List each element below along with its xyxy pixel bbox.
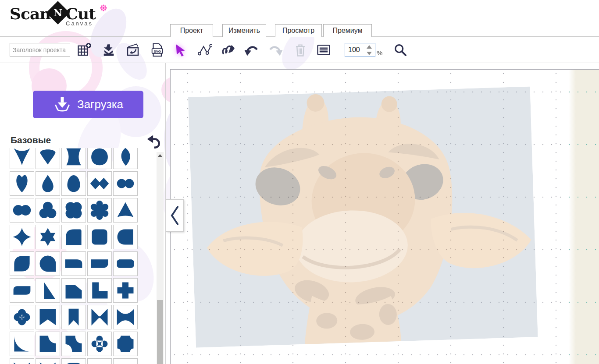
leaf-square-shape-icon (12, 254, 32, 273)
new-mat-grid-icon[interactable] (77, 42, 92, 58)
shape-tile-bowtie-tall[interactable] (10, 358, 34, 364)
layers-list-icon[interactable] (316, 42, 331, 58)
pillow-star-shape-icon (12, 227, 32, 247)
notched-petal-shape-icon (12, 174, 32, 193)
shape-tile-plectrum[interactable] (36, 148, 60, 169)
import-download-icon[interactable] (101, 42, 116, 58)
redo-icon[interactable] (268, 42, 283, 58)
export-mat-icon[interactable] (125, 42, 140, 58)
bowtie-curved-shape-icon (116, 307, 135, 327)
zoom-increase-button[interactable] (364, 43, 374, 50)
shape-tile-bitten-square[interactable] (36, 332, 60, 356)
freehand-draw-icon[interactable] (221, 42, 236, 58)
shape-tile-rect-round-tr[interactable] (61, 251, 86, 276)
shape-tile-egg[interactable] (61, 171, 86, 196)
shapes-library-viewport (10, 148, 141, 364)
shape-tile-clover[interactable] (10, 305, 34, 329)
undo-icon[interactable] (244, 42, 259, 58)
delete-trash-icon[interactable] (293, 42, 308, 58)
bowtie-shape-icon (90, 307, 109, 327)
shape-tile-peanut[interactable] (10, 198, 34, 223)
scrollbar-thumb[interactable] (157, 300, 163, 364)
zoom-decrease-button[interactable] (364, 50, 374, 57)
return-back-arrow-icon[interactable] (145, 134, 160, 148)
shape-tile-puffy-cross[interactable] (87, 332, 112, 356)
shape-tile-star-of-david[interactable] (36, 225, 60, 249)
shape-tile-trefoil[interactable] (36, 198, 60, 223)
shape-tile-twin-circles[interactable] (113, 171, 138, 196)
s-block-shape-icon (64, 334, 83, 353)
search-magnifier-icon[interactable] (393, 42, 408, 58)
shape-tile-leaf[interactable] (113, 148, 138, 169)
mat-beige-margin (569, 70, 599, 364)
node-edit-icon[interactable] (197, 42, 212, 58)
hexafoil-shape-icon (90, 201, 109, 220)
svg-file-icon[interactable]: SVG (150, 42, 164, 58)
shape-tile-bowtie-curved[interactable] (113, 305, 138, 329)
shape-tile-arch-square[interactable] (61, 225, 86, 249)
shape-tile-banner-wide[interactable] (36, 305, 60, 329)
shape-tile-notched-petal[interactable] (10, 171, 34, 196)
shape-tile-round-blob[interactable] (87, 148, 112, 169)
shape-tile-circle-square-corner[interactable] (36, 251, 60, 276)
cutting-mat-page[interactable] (170, 69, 599, 364)
tab-edit[interactable]: Изменить (222, 24, 266, 37)
shape-tile-rounded-rect[interactable] (113, 251, 138, 276)
tab-premium[interactable]: Премиум (323, 24, 372, 37)
shape-tile-d-round-left[interactable] (113, 225, 138, 249)
project-title-input[interactable] (10, 43, 70, 57)
shape-tile-quatrefoil[interactable] (61, 198, 86, 223)
shape-tile-teardrop[interactable] (36, 171, 60, 196)
shape-tile-spool[interactable] (61, 148, 86, 169)
shape-tile-cross[interactable] (113, 278, 138, 303)
scrollbar-up-button[interactable] (157, 152, 164, 159)
shape-tile-right-triangle[interactable] (36, 278, 60, 303)
cross-shape-icon (116, 281, 135, 300)
tab-view[interactable]: Просмотр (275, 24, 322, 37)
blob-square-shape-icon (64, 361, 83, 364)
shape-tile-concave-octagon[interactable] (113, 332, 138, 356)
twin-circles-shape-icon (116, 174, 135, 193)
rounded-triangle-shape-icon (116, 201, 135, 220)
shape-tile-hexafoil[interactable] (87, 198, 112, 223)
shape-tile-leaf-square[interactable] (10, 251, 34, 276)
shapes-scrollbar[interactable] (157, 152, 164, 364)
egg-shape-icon (64, 174, 83, 193)
giraffe-photo-graphic (188, 86, 538, 347)
shape-tile-x-star[interactable] (36, 358, 60, 364)
puffy-cross-shape-icon (90, 334, 109, 353)
shape-tile-blob-square[interactable] (61, 358, 86, 364)
shape-tile-v-petal[interactable] (10, 148, 34, 169)
bar-round-shape-icon (90, 361, 109, 364)
rect-round-tr-shape-icon (64, 254, 83, 273)
canvas-image-giraffe[interactable] (188, 86, 538, 347)
round-blob-shape-icon (90, 148, 109, 166)
upload-button[interactable]: Загрузка (33, 91, 143, 118)
main-toolbar: SVG (0, 37, 599, 63)
select-cursor-icon[interactable] (174, 42, 189, 58)
shape-tile-bowtie[interactable] (87, 305, 112, 329)
shape-tile-rect-round-br[interactable] (87, 251, 112, 276)
tab-project[interactable]: Проект (170, 24, 213, 37)
upload-button-label: Загрузка (77, 98, 123, 111)
leaf-bar-shape-icon (12, 281, 32, 300)
shape-tile-banner-narrow[interactable] (61, 305, 86, 329)
shape-tile-d-block[interactable] (113, 358, 138, 364)
shape-tile-s-block[interactable] (61, 332, 86, 356)
concave-octagon-shape-icon (116, 334, 135, 353)
shape-tile-bar-round[interactable] (87, 358, 112, 364)
shape-tile-pillow-star[interactable] (10, 225, 34, 249)
rounded-rect-shape-icon (116, 254, 135, 273)
shape-tile-double-diamond[interactable] (87, 171, 112, 196)
app-header: ScanNCut Canvas Проект Изменить Просмотр… (0, 0, 599, 37)
shape-tile-l-block[interactable] (87, 278, 112, 303)
shape-tile-concave-ramp[interactable] (10, 332, 34, 356)
clover-shape-icon (12, 307, 32, 327)
shape-tile-leaf-bar[interactable] (10, 278, 34, 303)
shape-tile-rounded-square[interactable] (87, 225, 112, 249)
shape-tile-rounded-triangle[interactable] (113, 198, 138, 223)
shape-tile-clipped-square[interactable] (61, 278, 86, 303)
zoom-level-input[interactable] (345, 43, 364, 57)
d-block-shape-icon (116, 361, 135, 364)
sidebar-collapse-button[interactable] (166, 199, 184, 232)
